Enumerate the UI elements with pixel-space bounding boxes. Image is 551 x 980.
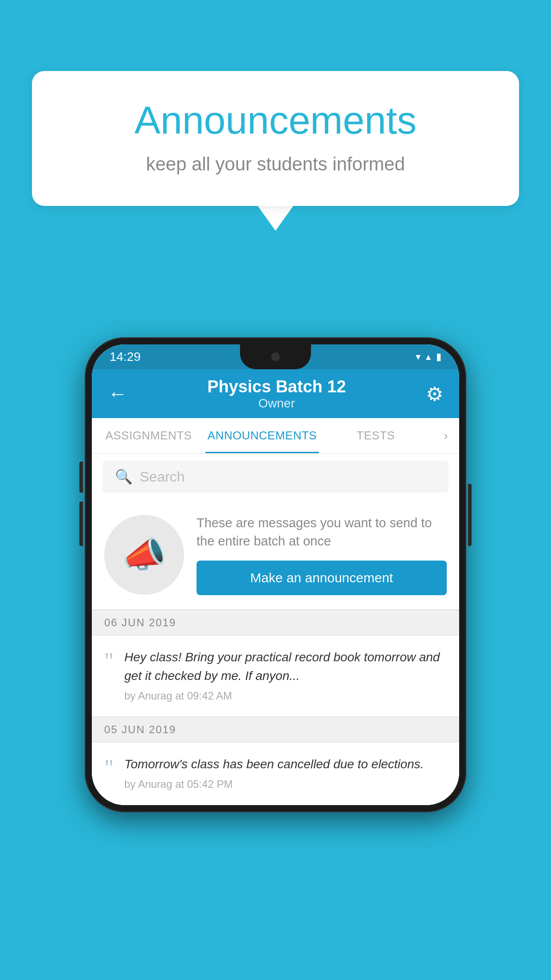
- tab-more-icon[interactable]: ›: [433, 418, 459, 453]
- tabs-bar: ASSIGNMENTS ANNOUNCEMENTS TESTS ›: [92, 418, 459, 454]
- search-container: 🔍 Search: [92, 454, 459, 500]
- settings-icon[interactable]: ⚙: [426, 383, 443, 405]
- volume-up-button: [79, 462, 83, 493]
- announcement-item-1: " Hey class! Bring your practical record…: [92, 636, 459, 717]
- tab-announcements[interactable]: ANNOUNCEMENTS: [205, 418, 319, 453]
- announcement-content-1: Hey class! Bring your practical record b…: [124, 648, 447, 702]
- speech-bubble-subtitle: keep all your students informed: [67, 154, 484, 175]
- announcement-item-2: " Tomorrow's class has been cancelled du…: [92, 743, 459, 805]
- wifi-icon: ▾: [416, 351, 421, 363]
- announcement-meta-2: by Anurag at 05:42 PM: [124, 778, 447, 790]
- phone-outer: 14:29 ▾ ▴ ▮ ← Physics Batch 12 Owner ⚙: [85, 337, 466, 812]
- announcement-meta-1: by Anurag at 09:42 AM: [124, 690, 447, 702]
- status-bar: 14:29 ▾ ▴ ▮: [92, 344, 459, 369]
- signal-icon: ▴: [426, 351, 431, 363]
- promo-text: These are messages you want to send to t…: [197, 514, 447, 550]
- announcement-content-2: Tomorrow's class has been cancelled due …: [124, 755, 447, 790]
- megaphone-circle: 📣: [104, 515, 184, 595]
- date-separator-2: 05 JUN 2019: [92, 717, 459, 743]
- tab-tests[interactable]: TESTS: [319, 418, 433, 453]
- app-bar-subtitle: Owner: [207, 396, 346, 411]
- app-bar-title: Physics Batch 12: [207, 377, 346, 396]
- search-bar[interactable]: 🔍 Search: [102, 461, 449, 493]
- power-button: [468, 484, 472, 546]
- app-bar-center: Physics Batch 12 Owner: [207, 377, 346, 411]
- camera-dot: [271, 352, 280, 361]
- status-icons: ▾ ▴ ▮: [416, 351, 441, 363]
- announcement-promo: 📣 These are messages you want to send to…: [92, 500, 459, 610]
- promo-right: These are messages you want to send to t…: [197, 514, 447, 595]
- status-time: 14:29: [110, 350, 141, 364]
- phone-screen: 14:29 ▾ ▴ ▮ ← Physics Batch 12 Owner ⚙: [92, 344, 459, 805]
- speech-bubble-tail: [258, 206, 293, 231]
- date-separator-1: 06 JUN 2019: [92, 610, 459, 636]
- megaphone-icon: 📣: [122, 534, 166, 576]
- make-announcement-button[interactable]: Make an announcement: [197, 561, 447, 595]
- notch: [240, 344, 311, 369]
- quote-icon-1: ": [104, 650, 114, 673]
- announcement-text-1: Hey class! Bring your practical record b…: [124, 648, 447, 685]
- phone-wrapper: 14:29 ▾ ▴ ▮ ← Physics Batch 12 Owner ⚙: [85, 337, 466, 812]
- speech-bubble-title: Announcements: [67, 98, 484, 143]
- app-bar: ← Physics Batch 12 Owner ⚙: [92, 369, 459, 418]
- back-icon[interactable]: ←: [108, 383, 127, 405]
- speech-bubble-container: Announcements keep all your students inf…: [32, 71, 519, 231]
- volume-down-button: [79, 502, 83, 546]
- speech-bubble: Announcements keep all your students inf…: [32, 71, 519, 206]
- announcement-text-2: Tomorrow's class has been cancelled due …: [124, 755, 447, 774]
- search-placeholder: Search: [140, 469, 185, 485]
- quote-icon-2: ": [104, 757, 114, 780]
- battery-icon: ▮: [436, 351, 441, 363]
- tab-assignments[interactable]: ASSIGNMENTS: [92, 418, 205, 453]
- search-icon: 🔍: [115, 468, 133, 485]
